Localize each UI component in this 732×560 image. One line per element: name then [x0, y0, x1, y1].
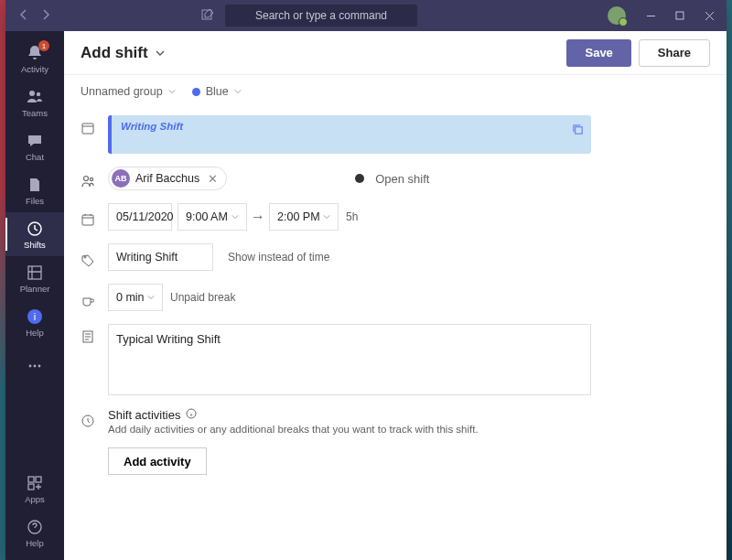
arrow-right-icon: →	[247, 209, 269, 225]
svg-point-18	[90, 178, 92, 180]
activity-badge: 1	[38, 40, 49, 51]
svg-text:i: i	[34, 311, 36, 322]
open-shift-label: Open shift	[375, 172, 429, 186]
group-selector[interactable]: Unnamed group	[81, 85, 176, 98]
svg-rect-12	[36, 477, 41, 482]
info-icon[interactable]	[186, 408, 197, 422]
compose-icon[interactable]	[201, 8, 214, 24]
calendar-icon	[81, 207, 108, 227]
rail-chat[interactable]: Chat	[5, 124, 64, 168]
shift-label-field[interactable]: Writing Shift	[108, 243, 213, 271]
label-hint: Show instead of time	[228, 251, 329, 264]
preview-title: Writing Shift	[121, 121, 582, 132]
avatar[interactable]	[608, 6, 626, 25]
more-icon	[26, 357, 44, 375]
rail-help[interactable]: i Help	[5, 300, 64, 344]
rail-help-bottom[interactable]: Help	[5, 511, 64, 555]
duration-label: 5h	[346, 210, 358, 223]
avatar-initials: AB	[112, 169, 130, 188]
title-bar: Search or type a command	[5, 0, 727, 31]
search-input[interactable]: Search or type a command	[225, 5, 417, 27]
rail-planner[interactable]: Planner	[5, 256, 64, 300]
remove-person-icon[interactable]: ✕	[205, 172, 221, 186]
person-name: Arif Bacchus	[135, 172, 199, 185]
chat-icon	[26, 132, 44, 150]
break-field[interactable]: 0 min	[108, 284, 163, 311]
svg-point-17	[84, 177, 89, 181]
app-rail: Activity 1 Teams Chat Files Shifts Pl	[5, 31, 64, 560]
break-icon	[81, 287, 108, 307]
svg-rect-1	[676, 12, 684, 19]
svg-rect-13	[28, 484, 34, 490]
apps-icon	[26, 474, 44, 492]
svg-point-2	[29, 91, 35, 96]
svg-rect-5	[28, 266, 41, 279]
svg-rect-11	[28, 477, 34, 482]
page-header: Add shift Save Share	[64, 31, 727, 75]
person-icon	[81, 168, 108, 188]
shift-preview: Writing Shift	[108, 115, 591, 154]
break-hint: Unpaid break	[170, 291, 235, 304]
minimize-button[interactable]	[644, 11, 657, 21]
tag-icon	[81, 247, 108, 267]
chevron-down-icon[interactable]	[156, 44, 165, 62]
help2-icon	[26, 518, 44, 536]
rail-activity[interactable]: Activity 1	[5, 37, 64, 81]
close-button[interactable]	[703, 11, 716, 21]
svg-point-8	[29, 365, 32, 368]
back-button[interactable]	[18, 9, 29, 23]
svg-point-20	[84, 256, 86, 258]
copy-icon[interactable]	[572, 123, 584, 139]
start-time-field[interactable]: 9:00 AM	[178, 203, 247, 231]
teams-icon	[26, 88, 44, 106]
rail-teams[interactable]: Teams	[5, 81, 64, 124]
forward-button[interactable]	[40, 9, 51, 23]
svg-point-9	[34, 365, 37, 368]
date-field[interactable]: 05/11/2020	[108, 203, 172, 231]
activities-hint: Add daily activities or any additional b…	[108, 424, 479, 435]
rail-apps[interactable]: Apps	[5, 467, 64, 511]
save-button[interactable]: Save	[566, 39, 630, 67]
color-dot-icon	[192, 88, 200, 96]
open-shift-dot	[355, 174, 364, 183]
svg-rect-15	[82, 124, 93, 134]
end-time-field[interactable]: 2:00 PM	[269, 203, 339, 231]
subheader: Unnamed group Blue	[64, 75, 727, 108]
rail-shifts[interactable]: Shifts	[5, 212, 64, 256]
files-icon	[26, 176, 44, 194]
notes-field[interactable]	[108, 324, 591, 395]
share-button[interactable]: Share	[639, 39, 710, 67]
shifts-icon	[26, 220, 44, 238]
planner-icon	[26, 264, 44, 282]
svg-point-10	[38, 365, 41, 368]
notes-icon	[81, 324, 108, 344]
page-title: Add shift	[81, 44, 148, 62]
rail-files[interactable]: Files	[5, 168, 64, 212]
activities-title: Shift activities	[108, 408, 180, 422]
person-chip[interactable]: AB Arif Bacchus ✕	[108, 167, 227, 190]
svg-point-3	[37, 92, 40, 95]
preview-icon	[81, 115, 108, 135]
clock-icon	[81, 408, 108, 428]
maximize-button[interactable]	[673, 11, 686, 21]
add-activity-button[interactable]: Add activity	[108, 447, 207, 475]
rail-more[interactable]	[5, 344, 64, 388]
svg-rect-19	[82, 215, 93, 225]
svg-rect-16	[576, 127, 582, 134]
help-icon: i	[26, 307, 44, 326]
theme-selector[interactable]: Blue	[192, 85, 242, 98]
